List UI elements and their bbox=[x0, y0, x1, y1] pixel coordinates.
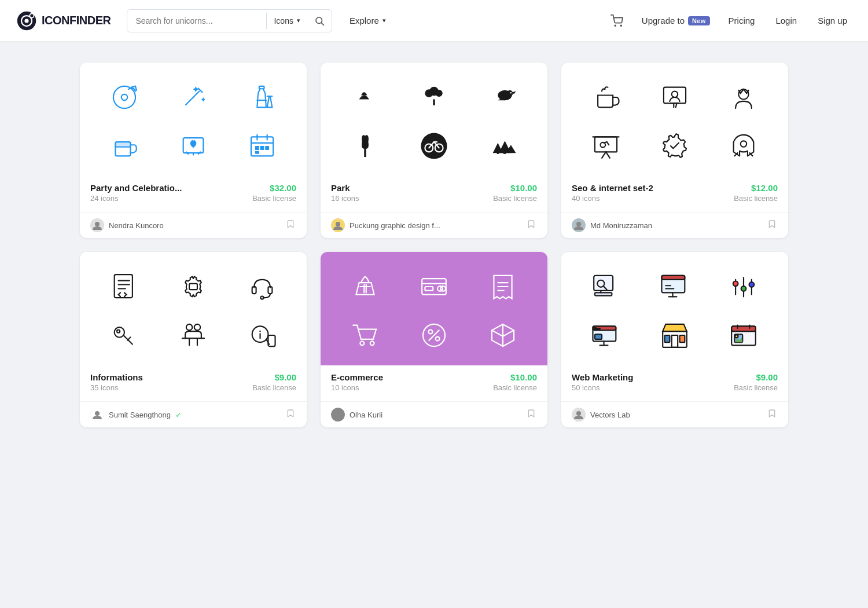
card-info-row: Park $10.00 bbox=[331, 183, 537, 193]
svg-rect-130 bbox=[731, 326, 756, 331]
svg-point-34 bbox=[510, 92, 512, 94]
bookmark-icon bbox=[286, 219, 295, 229]
svg-point-73 bbox=[186, 324, 192, 330]
cart-button[interactable] bbox=[606, 11, 628, 31]
logo[interactable]: ICONFINDER bbox=[16, 10, 111, 31]
svg-rect-44 bbox=[496, 150, 498, 154]
card-preview bbox=[321, 252, 547, 365]
svg-rect-25 bbox=[255, 151, 259, 154]
bookmark-icon bbox=[527, 409, 536, 418]
card-meta-row: 50 icons Basic license bbox=[572, 383, 778, 392]
bookmark-button[interactable] bbox=[525, 408, 537, 422]
author-info: Nendra Kuncoro bbox=[90, 218, 164, 232]
card-license: Basic license bbox=[493, 383, 537, 392]
svg-point-27 bbox=[95, 222, 100, 226]
svg-line-17 bbox=[198, 152, 200, 153]
svg-point-83 bbox=[95, 411, 100, 416]
card-price: $10.00 bbox=[510, 183, 537, 193]
icon-pack-card[interactable]: New Web Marketing $9.00 50 icons Basic l… bbox=[561, 252, 788, 427]
icon-cell bbox=[585, 76, 627, 118]
card-footer: Olha Kurii bbox=[321, 401, 547, 427]
bookmark-button[interactable] bbox=[525, 218, 537, 232]
bookmark-button[interactable] bbox=[766, 218, 778, 232]
svg-rect-128 bbox=[680, 335, 685, 342]
svg-point-2 bbox=[24, 19, 28, 23]
svg-point-116 bbox=[741, 286, 746, 291]
svg-point-118 bbox=[749, 282, 754, 287]
icon-cell bbox=[413, 76, 455, 118]
pricing-link[interactable]: Pricing bbox=[724, 12, 760, 29]
card-license: Basic license bbox=[252, 194, 296, 203]
card-name: Seo & internet set-2 bbox=[572, 183, 653, 193]
author-name: Md Moniruzzaman bbox=[590, 221, 652, 230]
avatar bbox=[90, 408, 104, 422]
main-content: Party and Celebratio... $32.00 24 icons … bbox=[52, 42, 816, 448]
icon-cell bbox=[172, 125, 214, 167]
svg-point-102 bbox=[336, 411, 340, 416]
avatar bbox=[572, 218, 586, 232]
bookmark-button[interactable] bbox=[766, 408, 778, 422]
cart-icon bbox=[610, 14, 623, 27]
bookmark-button[interactable] bbox=[285, 408, 296, 422]
author-name: Nendra Kuncoro bbox=[109, 221, 164, 230]
icons-dropdown[interactable]: Icons bbox=[267, 16, 307, 25]
explore-nav[interactable]: Explore bbox=[344, 12, 392, 29]
card-price: $10.00 bbox=[510, 372, 537, 382]
icon-cell bbox=[413, 266, 455, 307]
icon-cell bbox=[413, 125, 455, 167]
svg-line-56 bbox=[606, 152, 610, 158]
card-info-row: E-commerce $10.00 bbox=[331, 372, 537, 382]
bookmark-button[interactable] bbox=[285, 218, 296, 232]
icon-pack-card[interactable]: Seo & internet set-2 $12.00 40 icons Bas… bbox=[561, 63, 788, 238]
svg-point-137 bbox=[576, 411, 581, 416]
icon-pack-card[interactable]: Park $10.00 16 icons Basic license bbox=[321, 63, 547, 238]
card-license: Basic license bbox=[734, 194, 778, 203]
signup-link[interactable]: Sign up bbox=[813, 12, 852, 29]
icon-cell bbox=[413, 314, 455, 356]
svg-rect-89 bbox=[425, 287, 433, 291]
svg-point-72 bbox=[117, 329, 120, 332]
card-preview: New bbox=[561, 252, 788, 365]
author-info: Sumit Saengthong ✓ bbox=[90, 408, 182, 422]
search-button[interactable] bbox=[307, 16, 332, 26]
search-icon bbox=[314, 16, 325, 26]
svg-rect-105 bbox=[595, 292, 612, 295]
card-footer: Puckung graphic design f... bbox=[321, 212, 547, 238]
card-meta-row: 24 icons Basic license bbox=[90, 194, 296, 203]
icon-pack-card[interactable]: Party and Celebratio... $32.00 24 icons … bbox=[80, 63, 307, 238]
svg-point-47 bbox=[336, 222, 340, 226]
svg-point-53 bbox=[738, 89, 748, 99]
svg-line-55 bbox=[602, 152, 606, 158]
card-info: Web Marketing $9.00 50 icons Basic licen… bbox=[561, 365, 788, 401]
author-info: Olha Kurii bbox=[331, 408, 382, 422]
card-name: Web Marketing bbox=[572, 372, 633, 382]
svg-rect-31 bbox=[433, 99, 435, 105]
card-license: Basic license bbox=[493, 194, 537, 203]
svg-rect-13 bbox=[116, 142, 131, 147]
icon-pack-card[interactable]: Informations $9.00 35 icons Basic licens… bbox=[80, 252, 307, 427]
card-preview bbox=[80, 63, 307, 176]
upgrade-button[interactable]: Upgrade to New bbox=[639, 12, 712, 29]
card-info: E-commerce $10.00 10 icons Basic license bbox=[321, 365, 547, 401]
svg-point-7 bbox=[620, 25, 621, 26]
icon-cell bbox=[344, 266, 386, 307]
avatar bbox=[331, 408, 345, 422]
svg-point-9 bbox=[122, 94, 127, 100]
logo-icon bbox=[16, 10, 37, 31]
login-link[interactable]: Login bbox=[771, 12, 801, 29]
svg-rect-48 bbox=[664, 87, 686, 104]
svg-rect-121 bbox=[595, 334, 602, 339]
icon-pack-card[interactable]: E-commerce $10.00 10 icons Basic license bbox=[321, 252, 547, 427]
icon-cell bbox=[654, 76, 696, 118]
avatar-icon bbox=[331, 218, 345, 232]
card-preview bbox=[80, 252, 307, 365]
icon-cell bbox=[482, 266, 524, 307]
svg-point-33 bbox=[507, 90, 513, 96]
avatar-icon bbox=[90, 408, 104, 422]
svg-line-98 bbox=[429, 330, 439, 340]
search-input[interactable] bbox=[127, 16, 266, 25]
svg-point-99 bbox=[428, 329, 432, 334]
icon-cell bbox=[482, 125, 524, 167]
svg-point-37 bbox=[361, 134, 370, 149]
bookmark-icon bbox=[767, 409, 777, 418]
